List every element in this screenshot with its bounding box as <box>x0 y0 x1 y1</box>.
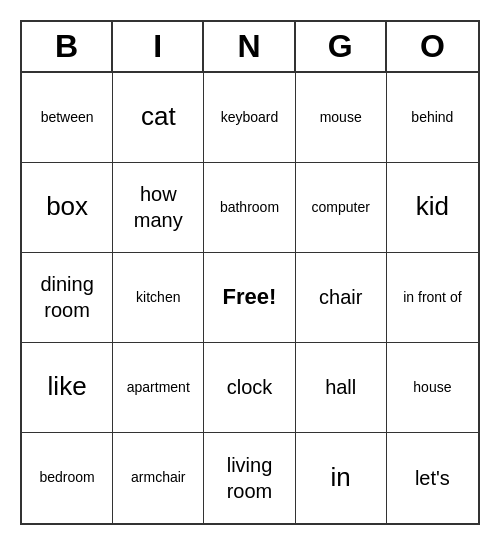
bingo-cell: clock <box>204 343 295 433</box>
bingo-cell: between <box>22 73 113 163</box>
bingo-cell: dining room <box>22 253 113 343</box>
bingo-cell: how many <box>113 163 204 253</box>
header-letter: N <box>204 22 295 71</box>
bingo-cell: let's <box>387 433 478 523</box>
bingo-cell: box <box>22 163 113 253</box>
bingo-cell: cat <box>113 73 204 163</box>
bingo-cell: Free! <box>204 253 295 343</box>
bingo-cell: living room <box>204 433 295 523</box>
header-letter: G <box>296 22 387 71</box>
bingo-cell: kid <box>387 163 478 253</box>
bingo-cell: in front of <box>387 253 478 343</box>
bingo-cell: armchair <box>113 433 204 523</box>
bingo-cell: in <box>296 433 387 523</box>
bingo-cell: like <box>22 343 113 433</box>
bingo-cell: apartment <box>113 343 204 433</box>
bingo-cell: bedroom <box>22 433 113 523</box>
bingo-cell: mouse <box>296 73 387 163</box>
bingo-cell: bathroom <box>204 163 295 253</box>
bingo-cell: behind <box>387 73 478 163</box>
header-letter: O <box>387 22 478 71</box>
bingo-cell: house <box>387 343 478 433</box>
bingo-cell: computer <box>296 163 387 253</box>
header-letter: B <box>22 22 113 71</box>
bingo-card: BINGO betweencatkeyboardmousebehindboxho… <box>20 20 480 525</box>
header-letter: I <box>113 22 204 71</box>
bingo-cell: chair <box>296 253 387 343</box>
bingo-grid: betweencatkeyboardmousebehindboxhow many… <box>22 73 478 523</box>
bingo-cell: hall <box>296 343 387 433</box>
bingo-cell: kitchen <box>113 253 204 343</box>
bingo-header: BINGO <box>22 22 478 73</box>
bingo-cell: keyboard <box>204 73 295 163</box>
